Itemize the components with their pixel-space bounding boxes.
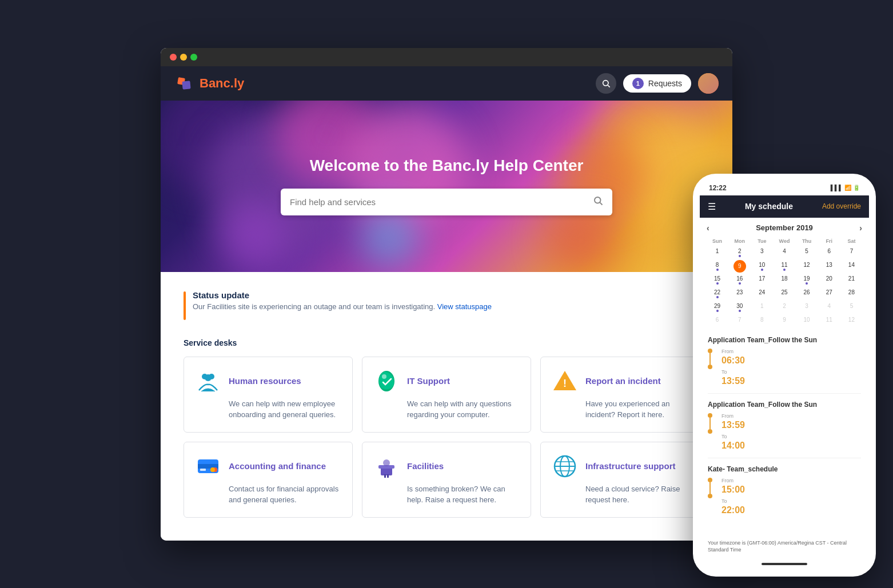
mobile-phone: 12:22 ▌▌▌ 📶 🔋 ☰ My schedule Add override… — [693, 174, 876, 577]
phone-home-indicator[interactable] — [762, 563, 807, 565]
calendar-prev-button[interactable]: ‹ — [707, 223, 709, 233]
cal-day-7[interactable]: 7 — [841, 246, 862, 259]
cal-day-18[interactable]: 18 — [774, 274, 795, 286]
svg-line-4 — [608, 85, 610, 87]
schedule-item-2: Kate- Team_schedule From 15:00 To 22:00 — [708, 465, 861, 522]
calendar-next-button[interactable]: › — [859, 223, 862, 233]
cal-day-oct8[interactable]: 8 — [751, 315, 772, 325]
status-link[interactable]: View statuspage — [437, 302, 492, 311]
cal-day-30[interactable]: 30 — [729, 301, 750, 314]
cal-day-12[interactable]: 12 — [796, 260, 818, 273]
svg-point-3 — [603, 80, 608, 85]
phone-status-bar: 12:22 ▌▌▌ 📶 🔋 — [700, 181, 869, 195]
status-bar-indicator — [184, 291, 186, 320]
close-dot[interactable] — [170, 54, 177, 61]
cal-day-28[interactable]: 28 — [841, 287, 862, 300]
cal-day-3[interactable]: 3 — [751, 246, 772, 259]
schedule-line-vert-1 — [709, 418, 711, 429]
requests-button[interactable]: 1 Requests — [623, 74, 691, 93]
cal-day-26[interactable]: 26 — [796, 287, 818, 300]
cal-day-29[interactable]: 29 — [707, 301, 728, 314]
svg-text:!: ! — [563, 378, 567, 389]
schedule-line-vert-2 — [709, 482, 711, 494]
cal-day-21[interactable]: 21 — [841, 274, 862, 286]
cal-header-thu: Thu — [796, 237, 818, 245]
cal-day-16[interactable]: 16 — [729, 274, 750, 286]
phone-time: 12:22 — [709, 184, 727, 192]
cal-day-13[interactable]: 13 — [819, 260, 840, 273]
cal-day-oct9[interactable]: 9 — [774, 315, 795, 325]
bokeh-9 — [361, 209, 418, 266]
schedule-line-0 — [708, 349, 712, 369]
phone-menu-icon[interactable]: ☰ — [708, 201, 716, 212]
cal-day-oct6[interactable]: 6 — [707, 315, 728, 325]
schedule-item-1-title: Application Team_Follow the Sun — [708, 401, 861, 409]
hero-section: Welcome to the Banc.ly Help Center — [161, 101, 732, 272]
service-card-it-support[interactable]: IT Support We can help with any question… — [362, 357, 531, 433]
cal-day-25[interactable]: 25 — [774, 287, 795, 300]
service-card-facilities[interactable]: Facilities Is something broken? We can h… — [362, 442, 531, 518]
svg-rect-2 — [182, 81, 190, 89]
cal-day-20[interactable]: 20 — [819, 274, 840, 286]
search-submit-button[interactable] — [593, 195, 603, 209]
card-desc-facilities: Is something broken? We can help. Raise … — [407, 483, 519, 506]
cal-day-19[interactable]: 19 — [796, 274, 818, 286]
logo-icon — [174, 73, 195, 94]
cal-day-1[interactable]: 1 — [707, 246, 728, 259]
phone-app-header: ☰ My schedule Add override — [700, 195, 869, 218]
cal-day-6[interactable]: 6 — [819, 246, 840, 259]
cal-day-4[interactable]: 4 — [774, 246, 795, 259]
phone-container: 12:22 ▌▌▌ 📶 🔋 ☰ My schedule Add override… — [693, 174, 876, 577]
from-time-1: 13:59 — [721, 420, 861, 430]
cal-day-24[interactable]: 24 — [751, 287, 772, 300]
cal-day-oct11[interactable]: 11 — [819, 315, 840, 325]
schedule-item-0: Application Team_Follow the Sun From 06:… — [708, 336, 861, 394]
cal-day-oct2[interactable]: 2 — [774, 301, 795, 314]
service-card-report-incident[interactable]: ! Report an incident Have you experience… — [540, 357, 709, 433]
avatar[interactable] — [698, 73, 719, 94]
cal-day-oct3[interactable]: 3 — [796, 301, 818, 314]
cal-day-11[interactable]: 11 — [774, 260, 795, 273]
svg-rect-23 — [384, 474, 386, 478]
minimize-dot[interactable] — [180, 54, 187, 61]
cal-day-oct5[interactable]: 5 — [841, 301, 862, 314]
cal-day-oct12[interactable]: 12 — [841, 315, 862, 325]
schedule-dot-start-2 — [708, 478, 712, 482]
signal-icon: ▌▌▌ — [831, 185, 843, 191]
phone-add-override-button[interactable]: Add override — [822, 202, 861, 210]
cal-day-oct10[interactable]: 10 — [796, 315, 818, 325]
cal-day-5[interactable]: 5 — [796, 246, 818, 259]
search-input[interactable] — [290, 197, 593, 207]
from-label-1: From — [721, 413, 861, 419]
maximize-dot[interactable] — [190, 54, 197, 61]
service-card-human-resources[interactable]: Human resources We can help with new emp… — [184, 357, 353, 433]
cal-day-8[interactable]: 8 — [707, 260, 728, 273]
cal-day-27[interactable]: 27 — [819, 287, 840, 300]
status-title: Status update — [193, 290, 492, 300]
search-button[interactable] — [596, 73, 616, 94]
service-card-accounting-finance[interactable]: Accounting and finance Contact us for fi… — [184, 442, 353, 518]
cal-header-wed: Wed — [774, 237, 795, 245]
cal-day-oct7[interactable]: 7 — [729, 315, 750, 325]
phone-calendar: ‹ September 2019 › Sun Mon Tue Wed Thu F… — [700, 218, 869, 330]
cal-day-oct4[interactable]: 4 — [819, 301, 840, 314]
cal-day-9-today[interactable]: 9 — [733, 260, 746, 273]
facilities-icon — [374, 454, 399, 479]
timezone-note: Your timezone is (GMT-06:00) America/Reg… — [700, 535, 869, 558]
card-desc-human-resources: We can help with new employee onboarding… — [229, 398, 341, 421]
svg-rect-20 — [381, 467, 392, 475]
schedule-item-1: Application Team_Follow the Sun From 13:… — [708, 401, 861, 458]
service-card-infrastructure-support[interactable]: Infrastructure support Need a cloud serv… — [540, 442, 709, 518]
schedule-line-vert-0 — [709, 353, 711, 365]
cal-day-22[interactable]: 22 — [707, 287, 728, 300]
card-desc-infrastructure-support: Need a cloud service? Raise request here… — [585, 483, 697, 506]
cal-day-oct1[interactable]: 1 — [751, 301, 772, 314]
cal-day-2[interactable]: 2 — [729, 246, 750, 259]
cal-day-14[interactable]: 14 — [841, 260, 862, 273]
cal-day-23[interactable]: 23 — [729, 287, 750, 300]
cal-day-15[interactable]: 15 — [707, 274, 728, 286]
card-title-human-resources: Human resources — [229, 376, 301, 386]
cal-day-17[interactable]: 17 — [751, 274, 772, 286]
cal-day-10[interactable]: 10 — [751, 260, 772, 273]
phone-schedule: Application Team_Follow the Sun From 06:… — [700, 330, 869, 535]
